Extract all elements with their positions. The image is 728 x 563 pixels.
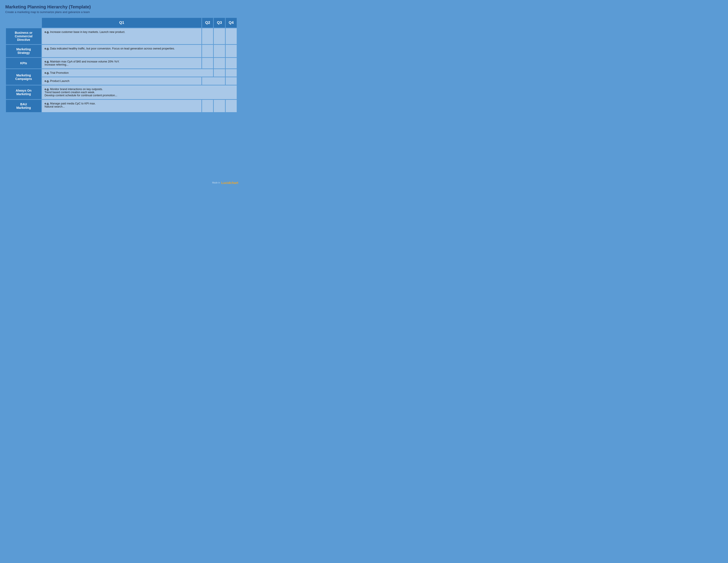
- table-row-always-on: Always OnMarketing e.g. Monitor brand in…: [6, 85, 237, 99]
- row-header-bau: BAUMarketing: [6, 100, 41, 112]
- cell-bau-q3: [214, 100, 225, 112]
- page-subtitle: Create a marketing map to summarize plan…: [5, 10, 237, 14]
- cell-strategy-q4: [226, 45, 237, 57]
- cell-business-q1: e.g. Increase customer base in key marke…: [42, 28, 201, 44]
- col-header-q3: Q3: [214, 18, 225, 28]
- cell-strategy-q1: e.g. Data indicated healthy traffic, but…: [42, 45, 201, 57]
- cell-kpis-q2: [202, 58, 213, 68]
- col-header-q2: Q2: [202, 18, 213, 28]
- planning-table: Q1 Q2 Q3 Q4 Business orCommercialDirecti…: [5, 17, 237, 113]
- table-row-bau: BAUMarketing e.g. Manage paid media CpC …: [6, 100, 237, 112]
- cell-campaigns-trial: e.g. Trial Promotion: [42, 69, 213, 77]
- cell-bau-q4: [226, 100, 237, 112]
- col-header-q1: Q1: [42, 18, 201, 28]
- table-row-campaigns: MarketingCampaigns e.g. Trial Promotion: [6, 69, 237, 77]
- cell-bau-q2: [202, 100, 213, 112]
- cell-business-q4: [226, 28, 237, 44]
- footer-brand: Lucidchart: [221, 181, 238, 184]
- cell-business-q2: [202, 28, 213, 44]
- table-row: Business orCommercialDirective e.g. Incr…: [6, 28, 237, 44]
- cell-strategy-q2: [202, 45, 213, 57]
- table-row: KPIs e.g. Maintain max CpA of $40 and in…: [6, 58, 237, 68]
- cell-kpis-q3: [214, 58, 225, 68]
- cell-campaigns-q2-bottom: [202, 77, 225, 85]
- cell-campaigns-q4-bottom: [226, 77, 237, 85]
- row-header-marketing-strategy: MarketingStrategy: [6, 45, 41, 57]
- cell-bau-q1: e.g. Manage paid media CpC to KPI max.Na…: [42, 100, 201, 112]
- row-header-campaigns: MarketingCampaigns: [6, 69, 41, 85]
- cell-campaigns-q3-top: [214, 69, 225, 77]
- table-row: MarketingStrategy e.g. Data indicated he…: [6, 45, 237, 57]
- row-header-kpis: KPIs: [6, 58, 41, 68]
- col-header-q4: Q4: [226, 18, 237, 28]
- footer-brand-prefix: Lucid: [221, 181, 230, 184]
- cell-kpis-q1: e.g. Maintain max CpA of $40 and increas…: [42, 58, 201, 68]
- cell-campaigns-q4-top: [226, 69, 237, 77]
- row-header-always-on: Always OnMarketing: [6, 85, 41, 99]
- cell-strategy-q3: [214, 45, 225, 57]
- page-title: Marketing Planning Hierarchy (Template): [5, 4, 237, 9]
- footer: Made in Lucidchart: [212, 181, 238, 184]
- footer-made-in: Made in: [212, 181, 220, 184]
- cell-campaigns-product: e.g. Product Launch: [42, 77, 201, 85]
- cell-business-q3: [214, 28, 225, 44]
- cell-always-on: e.g. Monitor brand interactions on key o…: [42, 85, 237, 99]
- footer-brand-suffix: chart: [230, 181, 238, 184]
- row-header-business: Business orCommercialDirective: [6, 28, 41, 44]
- cell-kpis-q4: [226, 58, 237, 68]
